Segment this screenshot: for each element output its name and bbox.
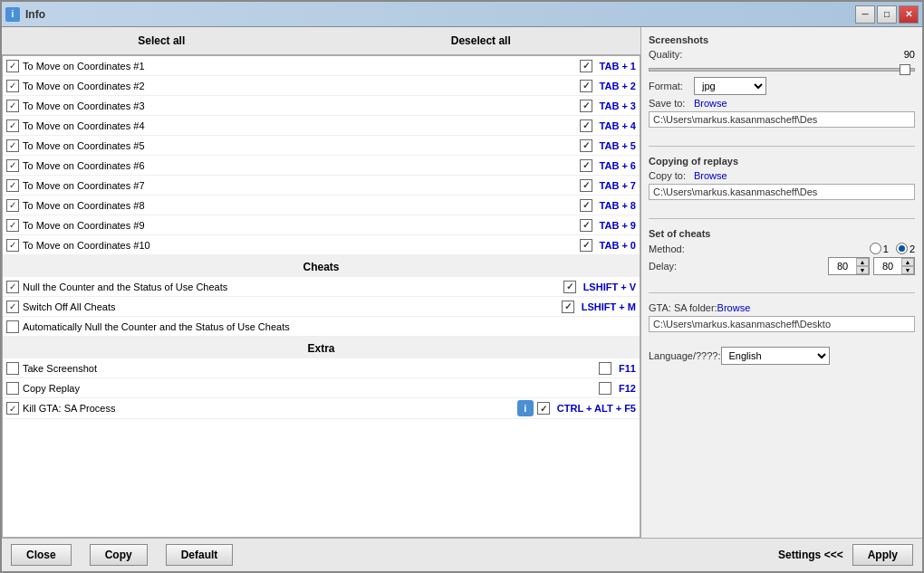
replays-title: Copying of replays — [649, 156, 915, 167]
settings-link[interactable]: Settings <<< — [778, 549, 843, 561]
list-item: To Move on Coordinates #10 TAB + 0 — [3, 235, 640, 255]
save-to-row: Save to: Browse — [649, 98, 915, 109]
list-item: To Move on Coordinates #2 TAB + 2 — [3, 76, 640, 96]
delay-input-1[interactable] — [829, 260, 856, 272]
method-radio-2[interactable]: 2 — [896, 243, 915, 254]
checkbox-7[interactable] — [6, 179, 19, 192]
delay-up-2[interactable]: ▲ — [901, 258, 914, 266]
delay-spinner-2[interactable]: ▲ ▼ — [873, 257, 915, 275]
extra-shortcut-cb-1[interactable] — [599, 362, 611, 375]
delay-spinner-1[interactable]: ▲ ▼ — [828, 257, 870, 275]
shortcut-checkbox-1[interactable] — [580, 60, 592, 72]
delay-down-1[interactable]: ▼ — [856, 266, 869, 274]
delay-input-2[interactable] — [874, 260, 901, 272]
list-item-cheat-2: Switch Off All Cheats LSHIFT + M — [3, 297, 640, 317]
minimize-button[interactable]: ─ — [855, 5, 875, 24]
checkbox-10[interactable] — [6, 239, 19, 252]
shortcut-checkbox-3[interactable] — [580, 100, 592, 112]
checkbox-4[interactable] — [6, 119, 19, 132]
checkbox-8[interactable] — [6, 199, 19, 212]
divider-2 — [649, 218, 915, 219]
checkbox-1[interactable] — [6, 60, 19, 72]
checkbox-9[interactable] — [6, 219, 19, 232]
shortcut-checkbox-4[interactable] — [580, 119, 592, 132]
extra-shortcut-cb-3[interactable] — [537, 402, 550, 415]
left-panel: Select all Deselect all To Move on Coord… — [2, 27, 641, 538]
list-item-cheat-1: Null the Counter and the Status of Use C… — [3, 277, 640, 297]
cheats-settings-title: Set of cheats — [649, 228, 915, 239]
radio-label-1: 1 — [883, 244, 889, 254]
extra-shortcut-cb-2[interactable] — [599, 382, 611, 395]
shortcut-checkbox-2[interactable] — [580, 80, 592, 92]
divider-1 — [649, 146, 915, 147]
method-label: Method: — [649, 244, 694, 254]
delay-row: Delay: ▲ ▼ ▲ — [649, 257, 915, 275]
extra-section-header: Extra — [3, 337, 640, 358]
cheat-checkbox-1[interactable] — [6, 281, 19, 293]
gta-folder-label: GTA: SA folder: — [649, 302, 717, 313]
header-row: Select all Deselect all — [2, 27, 640, 55]
extra-checkbox-3[interactable] — [6, 402, 19, 415]
save-to-label: Save to: — [649, 98, 694, 109]
extra-checkbox-1[interactable] — [6, 362, 19, 375]
title-bar: i Info ─ □ ✕ — [2, 2, 922, 27]
deselect-all-button[interactable]: Deselect all — [322, 33, 641, 49]
list-area: To Move on Coordinates #1 TAB + 1 To Mov… — [2, 55, 640, 538]
cheat-shortcut-cb-2[interactable] — [562, 301, 574, 313]
shortcut-checkbox-9[interactable] — [580, 219, 592, 232]
screenshots-section: Screenshots Quality: 90 Format: jpg png … — [649, 34, 915, 131]
language-select[interactable]: English Russian German — [721, 347, 830, 365]
info-icon[interactable]: i — [517, 400, 534, 416]
cheat-shortcut-cb-1[interactable] — [563, 281, 576, 293]
shortcut-checkbox-6[interactable] — [580, 159, 592, 172]
shortcut-checkbox-8[interactable] — [580, 199, 592, 212]
delay-down-2[interactable]: ▼ — [901, 266, 914, 274]
list-item: To Move on Coordinates #7 TAB + 7 — [3, 176, 640, 196]
right-panel: Screenshots Quality: 90 Format: jpg png … — [641, 27, 922, 538]
checkbox-3[interactable] — [6, 100, 19, 112]
shortcut-checkbox-5[interactable] — [580, 139, 592, 152]
delay-up-1[interactable]: ▲ — [856, 258, 869, 266]
copy-browse-button[interactable]: Browse — [694, 170, 727, 181]
format-select[interactable]: jpg png bmp — [694, 77, 766, 95]
checkbox-2[interactable] — [6, 80, 19, 92]
close-button[interactable]: Close — [11, 544, 72, 566]
maximize-button[interactable]: □ — [877, 5, 897, 24]
list-item: To Move on Coordinates #1 TAB + 1 — [3, 56, 640, 76]
close-button[interactable]: ✕ — [899, 5, 919, 24]
default-button[interactable]: Default — [166, 544, 234, 566]
gta-browse-button[interactable]: Browse — [717, 302, 751, 313]
shortcut-checkbox-7[interactable] — [580, 179, 592, 192]
copy-button[interactable]: Copy — [90, 544, 148, 566]
list-item-cheat-3: Automatically Null the Counter and the S… — [3, 317, 640, 337]
quality-label: Quality: — [649, 49, 694, 60]
cheats-section-header: Cheats — [3, 255, 640, 277]
window-title: Info — [25, 8, 45, 21]
shortcut-checkbox-10[interactable] — [580, 239, 592, 252]
select-all-button[interactable]: Select all — [2, 33, 322, 49]
cheat-checkbox-2[interactable] — [6, 301, 19, 313]
language-row: Language/????: English Russian German — [649, 347, 915, 365]
format-label: Format: — [649, 81, 694, 91]
radio-circle-2[interactable] — [896, 243, 908, 254]
gta-folder-row: GTA: SA folder: Browse — [649, 302, 915, 313]
save-browse-button[interactable]: Browse — [694, 98, 727, 109]
list-item: To Move on Coordinates #4 TAB + 4 — [3, 116, 640, 136]
list-item: To Move on Coordinates #8 TAB + 8 — [3, 196, 640, 215]
title-bar-buttons: ─ □ ✕ — [855, 5, 919, 24]
cheat-checkbox-3[interactable] — [6, 320, 19, 333]
checkbox-6[interactable] — [6, 159, 19, 172]
quality-slider[interactable] — [649, 62, 915, 77]
screenshots-title: Screenshots — [649, 34, 915, 45]
radio-circle-1[interactable] — [870, 243, 881, 254]
delay-spinner-2-btns: ▲ ▼ — [901, 258, 914, 274]
footer: Close Copy Default Settings <<< Apply — [2, 538, 922, 571]
format-row: Format: jpg png bmp — [649, 77, 915, 95]
extra-checkbox-2[interactable] — [6, 382, 19, 395]
window-icon: i — [5, 7, 20, 22]
apply-button[interactable]: Apply — [852, 544, 913, 566]
method-radio-1[interactable]: 1 — [870, 243, 889, 254]
save-path-field: C:\Users\markus.kasanmascheff\Des — [649, 111, 915, 128]
footer-right: Settings <<< Apply — [778, 544, 913, 566]
checkbox-5[interactable] — [6, 139, 19, 152]
